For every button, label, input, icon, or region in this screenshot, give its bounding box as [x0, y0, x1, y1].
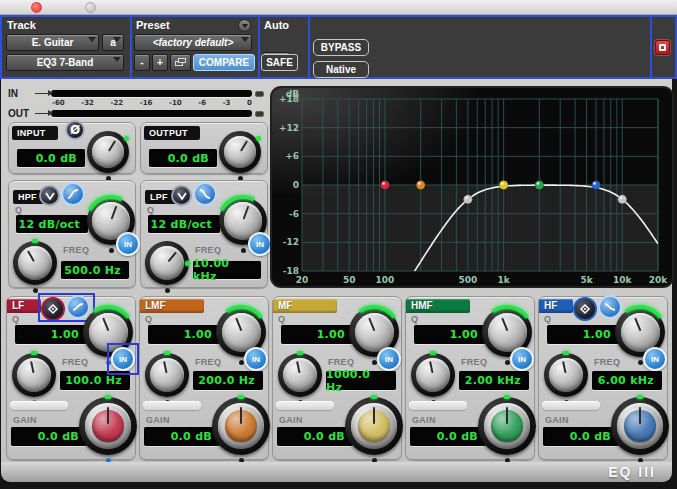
lpf-in-button[interactable]: IN: [248, 232, 272, 256]
hpf-in-button[interactable]: IN: [116, 232, 140, 256]
svg-text:500: 500: [458, 275, 477, 285]
automation-dot: [505, 360, 510, 365]
plugin-footer: EQ III: [1, 462, 672, 482]
plugin-selector-dropdown[interactable]: EQ3 7-Band: [6, 54, 124, 71]
band-gain-display[interactable]: 0.0 dB: [144, 427, 220, 446]
band-q-value: 1.00: [184, 328, 212, 341]
band-q-display[interactable]: 1.00: [281, 325, 353, 344]
bypass-button[interactable]: BYPASS: [313, 39, 369, 56]
band-in-button[interactable]: IN: [244, 347, 268, 371]
hpf-freq-display[interactable]: 500.0 Hz: [61, 261, 129, 279]
band-freq-value: 100.0 Hz: [65, 374, 122, 387]
eq-band-dot-lmf[interactable]: [416, 181, 425, 190]
band-in-button[interactable]: IN: [377, 347, 401, 371]
band-freq-knob[interactable]: [411, 353, 455, 397]
eq-band-dot-hmf[interactable]: [535, 181, 544, 190]
track-name: E. Guitar: [32, 37, 74, 48]
track-section-label: Track: [7, 19, 36, 31]
input-gain-display[interactable]: 0.0 dB: [17, 149, 85, 167]
input-clip-led[interactable]: [255, 91, 264, 97]
automation-dot: [372, 360, 377, 365]
input-gain-value: 0.0 dB: [36, 152, 77, 165]
band-gain-display[interactable]: 0.0 dB: [277, 427, 353, 446]
svg-text:5k: 5k: [580, 275, 593, 285]
chevron-down-icon: [88, 37, 96, 42]
librarian-menu-button[interactable]: [170, 54, 191, 71]
phase-invert-button[interactable]: Ø: [65, 120, 85, 140]
band-freq-display[interactable]: 2.00 kHz: [459, 371, 529, 390]
band-gain-display[interactable]: 0.0 dB: [11, 427, 87, 446]
svg-text:50: 50: [343, 275, 356, 285]
automation-safe-button[interactable]: SAFE: [261, 54, 298, 71]
eq-band-dot-lf[interactable]: [380, 181, 389, 190]
eq-band-dot-lpf[interactable]: [618, 195, 627, 204]
band-freq-display[interactable]: 6.00 kHz: [592, 371, 662, 390]
lpf-panel: LPF Q 12 dB/oct FREQ 10.00 kHz IN: [140, 180, 268, 288]
notch-filter-icon[interactable]: [39, 185, 60, 206]
green-indicator-dot: [124, 136, 129, 141]
focus-outline: [107, 343, 139, 375]
hpf-freq-knob[interactable]: [13, 241, 57, 285]
band-gain-knob[interactable]: [212, 397, 270, 455]
band-freq-knob[interactable]: [278, 353, 322, 397]
output-gain-display[interactable]: 0.0 dB: [149, 149, 217, 167]
band-label: LMF: [145, 300, 166, 311]
svg-text:100: 100: [376, 275, 395, 285]
band-q-display[interactable]: 1.00: [148, 325, 220, 344]
eq-band-dot-hpf[interactable]: [463, 195, 472, 204]
lowpass-filter-icon[interactable]: [193, 182, 217, 206]
track-selector-dropdown[interactable]: E. Guitar: [6, 34, 99, 51]
green-indicator-dot: [238, 395, 244, 399]
automation-dot: [109, 248, 114, 253]
eq-band-dot-hf[interactable]: [591, 181, 600, 190]
band-gain-display[interactable]: 0.0 dB: [543, 427, 619, 446]
preset-selector-dropdown[interactable]: <factory default>: [134, 34, 252, 51]
band-gain-display[interactable]: 0.0 dB: [410, 427, 486, 446]
band-q-display[interactable]: 1.00: [414, 325, 486, 344]
band-q-display[interactable]: 1.00: [547, 325, 619, 344]
output-gain-knob[interactable]: [219, 131, 261, 173]
eq-frequency-graph[interactable]: dB+18+12+60-6-12-1820501005001k5k10k20k: [272, 88, 672, 286]
output-label: OUTPUT: [144, 126, 200, 140]
input-gain-knob[interactable]: [87, 131, 129, 173]
close-window-button[interactable]: [31, 2, 42, 13]
band-freq-display[interactable]: 1000.0 Hz: [326, 371, 396, 390]
band-gain-knob[interactable]: [478, 397, 536, 455]
band-label-strip: HMF: [406, 299, 470, 313]
band-freq-knob[interactable]: [12, 353, 56, 397]
eq-band-dot-mf[interactable]: [499, 181, 508, 190]
preset-menu-icon[interactable]: [238, 19, 251, 32]
minimize-window-button[interactable]: [85, 2, 96, 13]
preset-name: <factory default>: [153, 37, 234, 48]
band-freq-display[interactable]: 200.0 Hz: [193, 371, 263, 390]
compare-button[interactable]: COMPARE: [193, 54, 255, 71]
band-gain-label: GAIN: [279, 415, 303, 425]
native-format-button[interactable]: Native: [313, 61, 369, 78]
notch-filter-icon[interactable]: [171, 185, 192, 206]
band-gain-label: GAIN: [146, 415, 170, 425]
band-label-strip: LMF: [140, 299, 204, 313]
highpass-filter-icon[interactable]: [61, 182, 85, 206]
input-meter-bar: [51, 90, 252, 97]
target-button[interactable]: [655, 40, 670, 55]
lpf-freq-knob[interactable]: [145, 241, 189, 285]
band-freq-knob[interactable]: [544, 353, 588, 397]
next-preset-button[interactable]: +: [152, 54, 168, 71]
band-freq-knob[interactable]: [145, 353, 189, 397]
peak-filter-icon[interactable]: [573, 297, 597, 321]
band-gain-knob[interactable]: [611, 397, 669, 455]
lpf-slope-display[interactable]: 12 dB/oct: [148, 215, 220, 233]
meter-tick: -16: [140, 99, 153, 107]
band-in-button[interactable]: IN: [510, 347, 534, 371]
band-in-button[interactable]: IN: [643, 347, 667, 371]
lpf-freq-display[interactable]: 10.00 kHz: [193, 261, 261, 279]
previous-preset-button[interactable]: -: [134, 54, 150, 71]
band-gain-knob[interactable]: [345, 397, 403, 455]
hpf-slope-display[interactable]: 12 dB/oct: [16, 215, 88, 233]
output-clip-led[interactable]: [255, 111, 264, 117]
band-gain-knob[interactable]: [79, 397, 137, 455]
playlist-selector-dropdown[interactable]: a: [102, 34, 124, 51]
meter-tick: -6: [198, 99, 206, 107]
band-q-display[interactable]: 1.00: [15, 325, 87, 344]
lpf-slope-value: 12 dB/oct: [151, 218, 212, 231]
